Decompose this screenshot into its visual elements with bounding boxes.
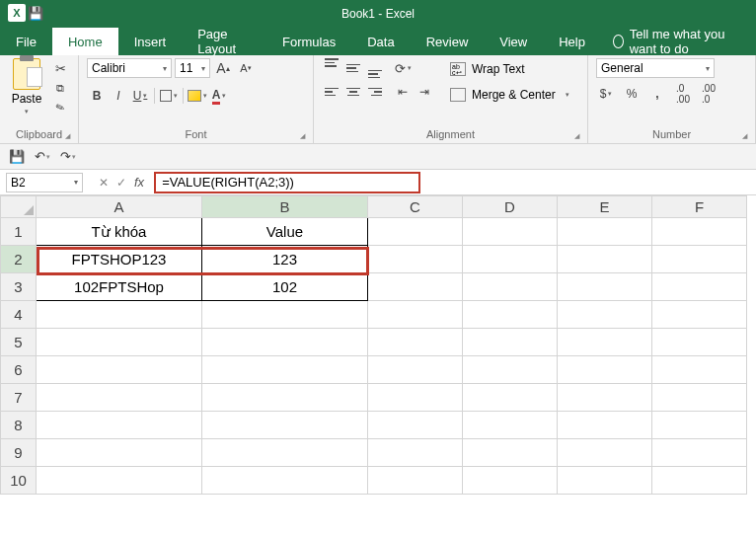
cell-a5[interactable] [37,329,202,356]
font-name-combo[interactable]: Calibri▾ [87,58,172,78]
cell-b10[interactable] [202,467,368,495]
cell-d8[interactable] [463,412,558,439]
cell-c1[interactable] [368,218,463,246]
merge-center-button[interactable]: Merge & Center ▾ [450,84,569,106]
bold-button[interactable]: B [87,86,107,106]
tab-review[interactable]: Review [411,28,485,55]
cell-f8[interactable] [652,412,747,439]
tab-page-layout[interactable]: Page Layout [182,28,266,55]
save-icon[interactable]: 💾 [28,6,43,21]
row-header-10[interactable]: 10 [1,467,37,495]
cancel-icon[interactable]: ✕ [99,176,109,190]
cell-b5[interactable] [202,329,368,356]
cell-b6[interactable] [202,356,368,384]
cell-b4[interactable] [202,301,368,329]
row-header-6[interactable]: 6 [1,356,37,384]
cell-f7[interactable] [652,384,747,412]
redo-button[interactable]: ↷ [57,147,79,167]
decrease-decimal-button[interactable]: .00.0 [699,84,718,104]
cell-c10[interactable] [368,467,463,495]
cell-d4[interactable] [463,301,558,329]
name-box[interactable]: B2 ▾ [6,173,83,192]
cell-e3[interactable] [558,273,652,301]
wrap-text-button[interactable]: abc↩ Wrap Text [450,58,569,80]
cell-a10[interactable] [37,467,202,495]
column-header-c[interactable]: C [368,196,463,218]
tab-view[interactable]: View [484,28,543,55]
align-middle-button[interactable] [343,58,363,78]
cell-a6[interactable] [37,356,202,384]
cell-a7[interactable] [37,384,202,412]
font-size-combo[interactable]: 11▾ [175,58,210,78]
cell-e9[interactable] [558,439,652,467]
row-header-9[interactable]: 9 [1,439,37,467]
cut-button[interactable]: ✂ [51,60,69,76]
row-header-4[interactable]: 4 [1,301,37,329]
cell-d10[interactable] [463,467,558,495]
cell-d5[interactable] [463,329,558,356]
cell-c4[interactable] [368,301,463,329]
column-header-d[interactable]: D [463,196,558,218]
cell-d3[interactable] [463,273,558,301]
accounting-format-button[interactable]: $ [596,84,616,104]
cell-a9[interactable] [37,439,202,467]
tab-formulas[interactable]: Formulas [266,28,351,55]
cell-d2[interactable] [463,246,558,273]
increase-decimal-button[interactable]: .0.00 [673,84,693,104]
align-bottom-button[interactable] [365,58,385,78]
align-center-button[interactable] [343,82,363,102]
cell-f4[interactable] [652,301,747,329]
percent-button[interactable]: % [622,84,642,104]
copy-button[interactable]: ⧉ [51,80,69,96]
column-header-f[interactable]: F [652,196,747,218]
row-header-3[interactable]: 3 [1,273,37,301]
number-format-combo[interactable]: General▾ [596,58,715,78]
cell-f1[interactable] [652,218,747,246]
cell-d6[interactable] [463,356,558,384]
align-left-button[interactable] [322,82,341,102]
column-header-e[interactable]: E [558,196,652,218]
cell-c9[interactable] [368,439,463,467]
cell-e2[interactable] [558,246,652,273]
cell-e7[interactable] [558,384,652,412]
tab-insert[interactable]: Insert [118,28,183,55]
increase-font-button[interactable]: A▴ [213,58,233,78]
cell-d1[interactable] [463,218,558,246]
row-header-8[interactable]: 8 [1,412,37,439]
cell-b3[interactable]: 102 [202,273,368,301]
row-header-5[interactable]: 5 [1,329,37,356]
cell-c7[interactable] [368,384,463,412]
cell-d7[interactable] [463,384,558,412]
tab-file[interactable]: File [0,28,52,55]
undo-button[interactable]: ↶ [32,147,53,167]
tab-home[interactable]: Home [52,28,118,55]
cell-c6[interactable] [368,356,463,384]
align-top-button[interactable] [322,58,341,78]
row-header-2[interactable]: 2 [1,246,37,273]
underline-button[interactable]: U [130,86,150,106]
cell-f9[interactable] [652,439,747,467]
select-all-corner[interactable] [1,196,37,218]
cell-a2[interactable]: FPTSHOP123 [37,246,202,273]
cell-a3[interactable]: 102FPTSHop [37,273,202,301]
spreadsheet-grid[interactable]: A B C D E F 1 Từ khóa Value 2 FPTSHOP123… [0,195,756,495]
cell-c3[interactable] [368,273,463,301]
tab-help[interactable]: Help [543,28,601,55]
cell-f6[interactable] [652,356,747,384]
cell-c8[interactable] [368,412,463,439]
cell-a8[interactable] [37,412,202,439]
format-painter-button[interactable]: ✎ [49,97,71,117]
enter-icon[interactable]: ✓ [116,176,126,190]
cell-a4[interactable] [37,301,202,329]
cell-b2[interactable]: 123 [202,246,368,273]
font-color-button[interactable]: A [209,86,229,106]
italic-button[interactable]: I [109,86,128,106]
tell-me-search[interactable]: Tell me what you want to do [601,28,756,55]
cell-f3[interactable] [652,273,747,301]
column-header-a[interactable]: A [37,196,202,218]
cell-f5[interactable] [652,329,747,356]
cell-a1[interactable]: Từ khóa [37,218,202,246]
row-header-1[interactable]: 1 [1,218,37,246]
comma-button[interactable]: , [647,84,667,104]
cell-e4[interactable] [558,301,652,329]
